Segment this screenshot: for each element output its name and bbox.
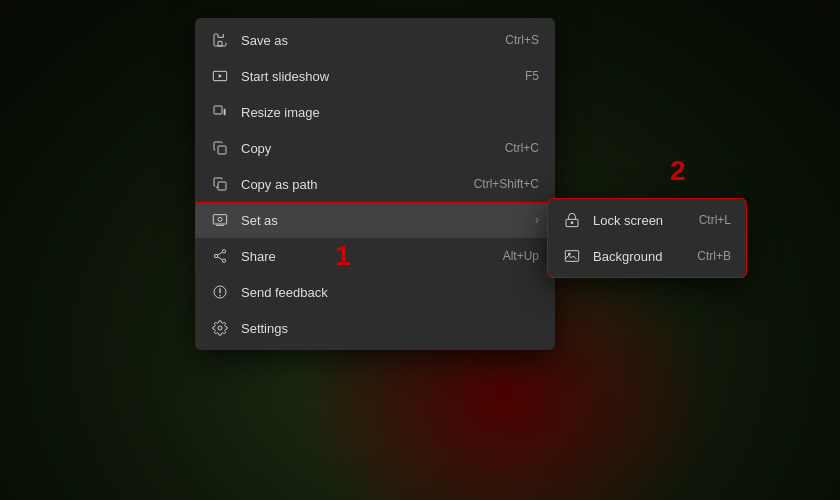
annotation-label-1: 1 xyxy=(335,240,351,272)
menu-item-settings[interactable]: Settings xyxy=(195,310,555,346)
svg-point-15 xyxy=(568,253,570,255)
menu-label-settings: Settings xyxy=(241,321,288,336)
copy-icon xyxy=(211,139,229,157)
menu-label-resize: Resize image xyxy=(241,105,320,120)
menu-label-save-as: Save as xyxy=(241,33,288,48)
shortcut-share: Alt+Up xyxy=(503,249,539,263)
svg-rect-4 xyxy=(218,182,226,190)
menu-item-save-as[interactable]: Save as Ctrl+S xyxy=(195,22,555,58)
menu-item-resize[interactable]: Resize image xyxy=(195,94,555,130)
copy-path-icon xyxy=(211,175,229,193)
svg-rect-0 xyxy=(218,41,222,46)
svg-point-8 xyxy=(214,254,217,257)
menu-label-slideshow: Start slideshow xyxy=(241,69,329,84)
set-as-icon xyxy=(211,211,229,229)
context-menu: Save as Ctrl+S Start slideshow F5 Resize… xyxy=(195,18,555,350)
svg-point-11 xyxy=(218,326,222,330)
background-icon xyxy=(563,247,581,265)
lock-screen-icon xyxy=(563,211,581,229)
save-icon xyxy=(211,31,229,49)
svg-rect-3 xyxy=(218,146,226,154)
slideshow-icon xyxy=(211,67,229,85)
svg-point-6 xyxy=(218,217,222,221)
submenu-label-background: Background xyxy=(593,249,662,264)
shortcut-background: Ctrl+B xyxy=(697,249,731,263)
shortcut-save-as: Ctrl+S xyxy=(505,33,539,47)
chevron-right-icon: › xyxy=(535,213,539,227)
menu-item-set-as[interactable]: Set as › xyxy=(195,202,555,238)
menu-item-copy[interactable]: Copy Ctrl+C xyxy=(195,130,555,166)
menu-label-set-as: Set as xyxy=(241,213,278,228)
shortcut-lock-screen: Ctrl+L xyxy=(699,213,731,227)
svg-rect-5 xyxy=(213,215,226,224)
submenu-set-as: Lock screen Ctrl+L Background Ctrl+B xyxy=(547,198,747,278)
submenu-item-lock-screen[interactable]: Lock screen Ctrl+L xyxy=(547,202,747,238)
share-icon xyxy=(211,247,229,265)
menu-item-share[interactable]: Share Alt+Up xyxy=(195,238,555,274)
svg-point-13 xyxy=(571,222,573,224)
submenu-item-background[interactable]: Background Ctrl+B xyxy=(547,238,747,274)
menu-label-share: Share xyxy=(241,249,276,264)
menu-item-send-feedback[interactable]: Send feedback xyxy=(195,274,555,310)
menu-item-copy-path[interactable]: Copy as path Ctrl+Shift+C xyxy=(195,166,555,202)
settings-icon xyxy=(211,319,229,337)
svg-rect-2 xyxy=(214,106,222,114)
annotation-label-2: 2 xyxy=(670,155,686,187)
submenu-label-lock-screen: Lock screen xyxy=(593,213,663,228)
menu-item-start-slideshow[interactable]: Start slideshow F5 xyxy=(195,58,555,94)
svg-point-9 xyxy=(222,259,225,262)
resize-icon xyxy=(211,103,229,121)
menu-label-feedback: Send feedback xyxy=(241,285,328,300)
menu-label-copy-path: Copy as path xyxy=(241,177,318,192)
shortcut-slideshow: F5 xyxy=(525,69,539,83)
feedback-icon xyxy=(211,283,229,301)
shortcut-copy: Ctrl+C xyxy=(505,141,539,155)
menu-label-copy: Copy xyxy=(241,141,271,156)
shortcut-copy-path: Ctrl+Shift+C xyxy=(474,177,539,191)
svg-point-7 xyxy=(222,250,225,253)
